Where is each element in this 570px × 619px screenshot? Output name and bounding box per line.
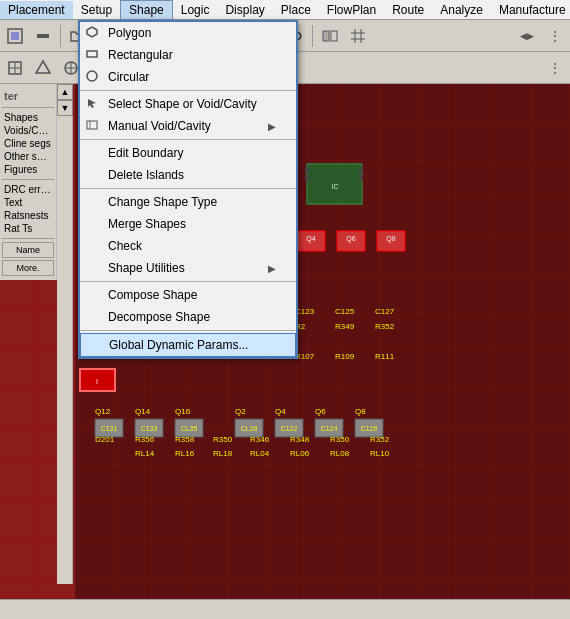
svg-rect-131	[323, 31, 329, 41]
menu-item-delete-islands[interactable]: Delete Islands	[80, 164, 296, 186]
menu-sep-5	[80, 330, 296, 331]
svg-rect-38	[359, 175, 363, 181]
toolbar-btn-1[interactable]	[2, 23, 28, 49]
panel-divider-1	[2, 107, 54, 108]
menu-analyze[interactable]: Analyze	[432, 1, 491, 19]
svg-point-160	[87, 71, 97, 81]
panel-item-text[interactable]: Text	[2, 196, 54, 209]
menu-item-merge-shapes[interactable]: Merge Shapes	[80, 213, 296, 235]
menu-item-polygon[interactable]: Polygon	[80, 22, 296, 44]
svg-text:Q8: Q8	[355, 407, 366, 416]
svg-text:D201: D201	[95, 435, 115, 444]
panel-item-figures[interactable]: Figures	[2, 163, 54, 176]
svg-rect-116	[11, 32, 19, 40]
panel-item-ratsnests[interactable]: Ratsnests	[2, 209, 54, 222]
menu-item-edit-boundary[interactable]: Edit Boundary	[80, 142, 296, 164]
svg-text:C127: C127	[375, 307, 395, 316]
svg-marker-140	[36, 61, 50, 73]
menu-item-circular[interactable]: Circular	[80, 66, 296, 88]
menu-item-rectangular[interactable]: Rectangular	[80, 44, 296, 66]
svg-text:Q6: Q6	[315, 407, 326, 416]
svg-text:Q16: Q16	[175, 407, 191, 416]
menu-item-check[interactable]: Check	[80, 235, 296, 257]
svg-text:C131: C131	[101, 425, 118, 432]
menu-setup[interactable]: Setup	[73, 1, 120, 19]
svg-text:C125: C125	[335, 307, 355, 316]
menu-item-decompose-shape[interactable]: Decompose Shape	[80, 306, 296, 328]
scroll-down-btn[interactable]: ▼	[57, 100, 73, 116]
menu-item-global-dynamic[interactable]: Global Dynamic Params...	[80, 333, 296, 357]
polygon-icon	[86, 26, 98, 40]
svg-text:R348: R348	[290, 435, 310, 444]
svg-text:R349: R349	[335, 322, 355, 331]
menu-item-compose-shape[interactable]: Compose Shape	[80, 284, 296, 306]
svg-text:R109: R109	[335, 352, 355, 361]
menu-sep-2	[80, 139, 296, 140]
svg-text:RL14: RL14	[135, 449, 155, 458]
menu-place[interactable]: Place	[273, 1, 319, 19]
svg-text:R352: R352	[370, 435, 390, 444]
menu-item-change-shape-type-label: Change Shape Type	[108, 195, 217, 209]
menu-logic[interactable]: Logic	[173, 1, 218, 19]
scroll-up-btn[interactable]: ▲	[57, 84, 73, 100]
menu-manufacture[interactable]: Manufacture	[491, 1, 570, 19]
toolbar-btn-2[interactable]	[30, 23, 56, 49]
svg-text:R352: R352	[375, 322, 395, 331]
left-scrollbar: ▲ ▼	[57, 84, 73, 584]
svg-text:RL10: RL10	[370, 449, 390, 458]
menu-sep-4	[80, 281, 296, 282]
menu-placement[interactable]: Placement	[0, 1, 73, 19]
toolbar-btn-flip[interactable]	[317, 23, 343, 49]
svg-text:R358: R358	[175, 435, 195, 444]
panel-item-voids[interactable]: Voids/Cavitie	[2, 124, 54, 137]
menu-flowplan[interactable]: FlowPlan	[319, 1, 384, 19]
toolbar-btn-r2[interactable]: ⋮	[542, 23, 568, 49]
toolbar-btn-grid[interactable]	[345, 23, 371, 49]
svg-text:RL18: RL18	[213, 449, 233, 458]
t2-btn-more[interactable]: ⋮	[542, 55, 568, 81]
svg-text:CL35: CL35	[181, 425, 198, 432]
statusbar	[0, 599, 570, 619]
svg-text:Q4: Q4	[275, 407, 286, 416]
panel-item-shapes[interactable]: Shapes	[2, 111, 54, 124]
left-panel: ter Shapes Voids/Cavitie Cline segs Othe…	[0, 84, 57, 280]
svg-text:C126: C126	[361, 425, 378, 432]
menu-route[interactable]: Route	[384, 1, 432, 19]
menu-item-rectangular-label: Rectangular	[108, 48, 173, 62]
panel-item-drc[interactable]: DRC errors	[2, 183, 54, 196]
panel-title: ter	[2, 88, 54, 104]
svg-text:R346: R346	[250, 435, 270, 444]
menu-item-polygon-label: Polygon	[108, 26, 151, 40]
menu-item-edit-boundary-label: Edit Boundary	[108, 146, 183, 160]
panel-item-ratts[interactable]: Rat Ts	[2, 222, 54, 235]
svg-text:RL08: RL08	[330, 449, 350, 458]
shape-dropdown: Polygon Rectangular Circular Select Shap…	[78, 20, 298, 359]
panel-item-cline[interactable]: Cline segs	[2, 137, 54, 150]
panel-more-btn[interactable]: More.	[2, 260, 54, 276]
toolbar-sep-5	[312, 25, 313, 47]
menu-shape[interactable]: Shape	[120, 0, 173, 20]
menu-item-change-shape-type[interactable]: Change Shape Type	[80, 191, 296, 213]
menu-item-merge-shapes-label: Merge Shapes	[108, 217, 186, 231]
shape-utilities-arrow: ▶	[268, 263, 276, 274]
toolbar-btn-r1[interactable]: ◀▶	[514, 23, 540, 49]
menu-display[interactable]: Display	[217, 1, 272, 19]
menu-item-manual-void[interactable]: Manual Void/Cavity ▶	[80, 115, 296, 137]
menu-item-select-shape[interactable]: Select Shape or Void/Cavity	[80, 93, 296, 115]
svg-text:Q14: Q14	[135, 407, 151, 416]
svg-marker-158	[87, 27, 97, 37]
panel-btn-row-2: More.	[2, 260, 54, 276]
t2-btn-1[interactable]	[2, 55, 28, 81]
svg-text:Q4: Q4	[306, 235, 315, 243]
svg-text:RL06: RL06	[290, 449, 310, 458]
panel-name-btn[interactable]: Name	[2, 242, 54, 258]
svg-rect-35	[305, 167, 309, 173]
manual-void-icon	[86, 119, 98, 133]
manual-void-arrow: ▶	[268, 121, 276, 132]
svg-text:Q6: Q6	[346, 235, 355, 243]
panel-item-other[interactable]: Other segs	[2, 150, 54, 163]
t2-btn-2[interactable]	[30, 55, 56, 81]
svg-text:RL16: RL16	[175, 449, 195, 458]
menu-item-manual-void-label: Manual Void/Cavity	[108, 119, 211, 133]
menu-item-shape-utilities[interactable]: Shape Utilities ▶	[80, 257, 296, 279]
